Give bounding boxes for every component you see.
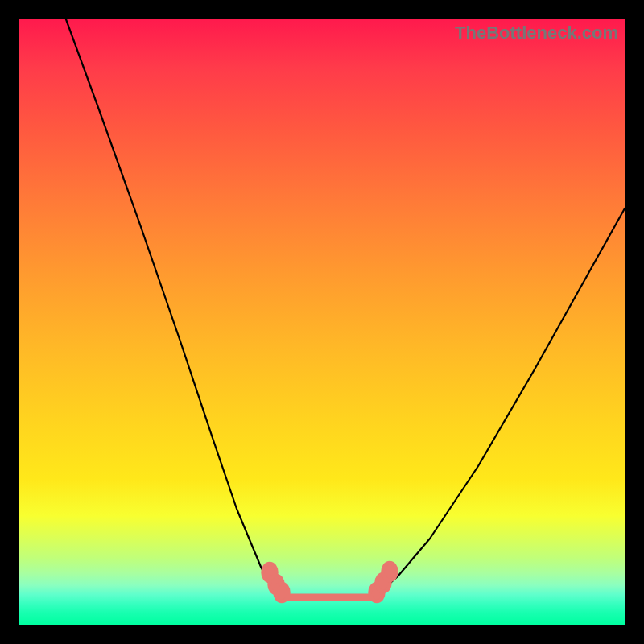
curve-left-branch <box>66 19 285 596</box>
curve-svg <box>19 19 625 625</box>
plot-area: TheBottleneck.com <box>19 19 625 625</box>
chart-frame: TheBottleneck.com <box>0 0 644 644</box>
curve-right-branch <box>374 208 625 595</box>
